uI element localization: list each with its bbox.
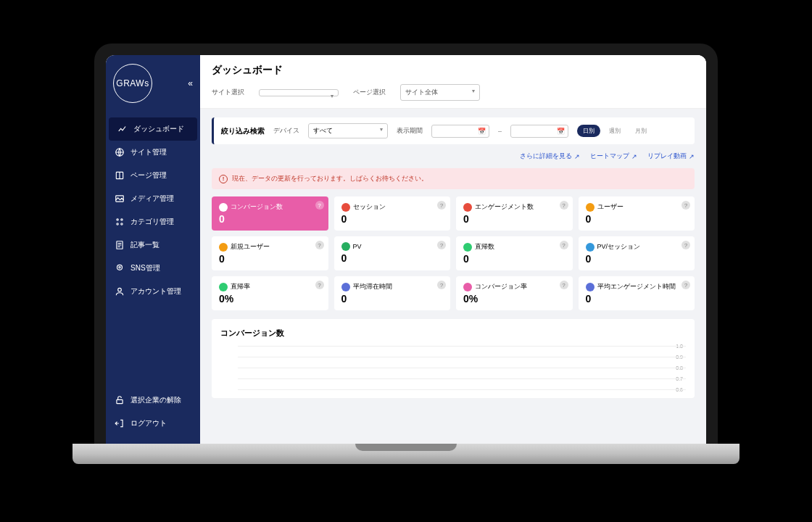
period-tabs: 日別 週別 月別: [577, 125, 652, 137]
metric-value: 0: [219, 213, 321, 225]
metric-card[interactable]: 新規ユーザー 0 ?: [212, 236, 328, 270]
metric-value: 0: [219, 253, 321, 265]
svg-point-4: [121, 219, 123, 220]
grid-line: [238, 368, 686, 368]
help-icon[interactable]: ?: [437, 241, 446, 249]
metric-card[interactable]: 直帰率 0% ?: [212, 276, 328, 310]
sidebar-item-category[interactable]: カテゴリ管理: [106, 210, 200, 233]
metric-card[interactable]: エンゲージメント数 0 ?: [456, 196, 573, 231]
help-icon[interactable]: ?: [560, 241, 568, 249]
chart-line-icon: [117, 124, 128, 134]
metric-card[interactable]: 直帰数 0 ?: [456, 236, 573, 270]
metric-icon: [219, 203, 228, 212]
card-header: 新規ユーザー: [219, 242, 321, 252]
metric-value: 0: [341, 252, 444, 264]
help-icon[interactable]: ?: [315, 281, 324, 289]
grid-line: [238, 346, 686, 347]
metric-icon: [463, 203, 472, 212]
metric-label: PV/セッション: [597, 242, 641, 252]
page-title: ダッシュボード: [212, 64, 695, 77]
help-icon[interactable]: ?: [682, 241, 690, 249]
sidebar-item-dashboard[interactable]: ダッシュボード: [109, 117, 197, 141]
period-daily[interactable]: 日別: [577, 125, 600, 137]
link-label: リプレイ動画: [647, 152, 687, 161]
date-from-input[interactable]: [431, 125, 489, 138]
sidebar-item-logout[interactable]: ログアウト: [106, 412, 200, 435]
globe-icon: [115, 147, 125, 157]
help-icon[interactable]: ?: [560, 281, 568, 289]
sidebar-item-sns[interactable]: SNS管理: [106, 257, 200, 280]
chart-panel: コンバージョン数 1.00.90.80.70.6: [212, 319, 695, 398]
metric-card[interactable]: セッション 0 ?: [334, 196, 451, 231]
metric-icon: [586, 283, 594, 291]
nav-main: ダッシュボード サイト管理 ページ管理: [106, 117, 200, 303]
help-icon[interactable]: ?: [315, 201, 324, 210]
chart-area: 1.00.90.80.70.6: [220, 346, 686, 389]
metric-icon: [341, 203, 350, 212]
app-screen: GRAWs « ダッシュボード サイト管理: [106, 55, 706, 450]
nav-bottom: 選択企業の解除 ログアウト: [106, 389, 200, 435]
unlock-icon: [115, 395, 125, 405]
card-header: エンゲージメント数: [463, 202, 566, 212]
external-link-icon: ↗: [574, 153, 580, 160]
card-header: 直帰数: [463, 242, 566, 252]
nav-label: SNS管理: [130, 263, 160, 273]
period-weekly[interactable]: 週別: [603, 125, 626, 137]
help-icon[interactable]: ?: [682, 201, 690, 210]
nav-label: 記事一覧: [130, 240, 160, 250]
select-row: サイト選択 ページ選択 サイト全体: [212, 84, 695, 101]
help-icon[interactable]: ?: [315, 241, 324, 249]
nav-label: ページ管理: [130, 170, 167, 181]
card-header: コンバージョン数: [219, 202, 321, 212]
nav-label: メディア管理: [130, 194, 174, 204]
metric-value: 0: [586, 293, 688, 304]
help-icon[interactable]: ?: [437, 201, 446, 210]
metric-value: 0: [463, 253, 566, 265]
alert-text: 現在、データの更新を行っております。しばらくお待ちください。: [232, 174, 428, 183]
metric-label: 平均滞在時間: [353, 282, 392, 291]
site-select[interactable]: [259, 89, 339, 96]
metric-label: 新規ユーザー: [231, 242, 270, 252]
metric-icon: [463, 283, 472, 291]
sidebar-item-articles[interactable]: 記事一覧: [106, 233, 200, 257]
grid-line: [238, 389, 686, 390]
help-icon[interactable]: ?: [437, 281, 446, 289]
metric-icon: [219, 243, 228, 252]
metric-card[interactable]: PV/セッション 0 ?: [579, 236, 695, 270]
metric-card[interactable]: 平均エンゲージメント時間 0 ?: [579, 276, 695, 310]
period-monthly[interactable]: 月別: [629, 125, 652, 137]
metric-card[interactable]: ユーザー 0 ?: [579, 196, 695, 231]
metric-label: 直帰数: [475, 242, 494, 252]
main-content: ダッシュボード サイト選択 ページ選択 サイト全体 絞り込み検索 デバイス すべ…: [200, 55, 706, 450]
sidebar-item-site[interactable]: サイト管理: [106, 141, 200, 164]
sidebar-collapse-icon[interactable]: «: [188, 78, 193, 88]
link-replay[interactable]: リプレイ動画 ↗: [647, 152, 695, 161]
metric-label: コンバージョン率: [475, 282, 527, 291]
link-more-details[interactable]: さらに詳細を見る ↗: [520, 152, 580, 161]
metric-label: 直帰率: [231, 282, 250, 291]
period-label: 表示期間: [397, 126, 423, 136]
sidebar-item-media[interactable]: メディア管理: [106, 187, 200, 210]
card-header: 直帰率: [219, 282, 321, 291]
metric-icon: [463, 243, 472, 252]
metric-card[interactable]: PV 0 ?: [334, 236, 451, 270]
metric-label: エンゲージメント数: [475, 202, 534, 212]
help-icon[interactable]: ?: [560, 201, 568, 210]
link-heatmap[interactable]: ヒートマップ ↗: [590, 152, 637, 161]
sidebar-item-account[interactable]: アカウント管理: [106, 280, 200, 303]
metric-card[interactable]: コンバージョン数 0 ?: [212, 196, 328, 231]
sidebar-item-release-company[interactable]: 選択企業の解除: [106, 389, 200, 412]
card-header: 平均エンゲージメント時間: [586, 282, 688, 291]
topbar: ダッシュボード サイト選択 ページ選択 サイト全体: [200, 55, 706, 109]
svg-point-6: [121, 223, 123, 225]
filter-title: 絞り込み検索: [221, 126, 265, 136]
logo-area: GRAWs «: [106, 64, 200, 112]
metric-card[interactable]: 平均滞在時間 0 ?: [334, 276, 451, 310]
metric-card[interactable]: コンバージョン率 0% ?: [456, 276, 573, 310]
help-icon[interactable]: ?: [682, 281, 690, 289]
svg-point-5: [117, 223, 118, 225]
date-to-input[interactable]: [510, 125, 568, 138]
page-select[interactable]: サイト全体: [400, 84, 480, 101]
sidebar-item-page[interactable]: ページ管理: [106, 164, 200, 187]
device-select[interactable]: すべて: [308, 123, 388, 138]
